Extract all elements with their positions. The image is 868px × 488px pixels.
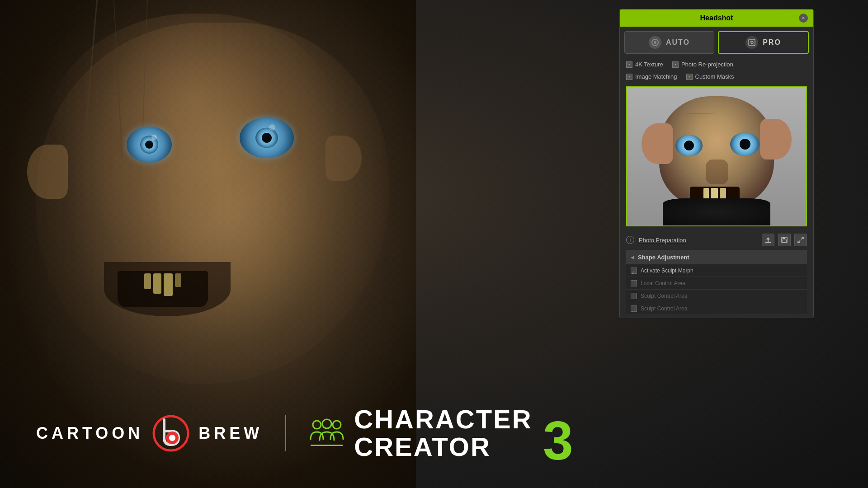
shape-adjustment-section: Shape Adjustment Activate Sculpt Morph L… xyxy=(626,250,807,315)
option-4k-texture[interactable]: 4K Texture xyxy=(626,61,663,68)
svg-point-3 xyxy=(751,42,753,44)
preview-render xyxy=(627,87,806,225)
local-control-checkbox[interactable] xyxy=(631,280,637,286)
option-reprojection-checkbox[interactable] xyxy=(672,61,679,68)
toolbar-icons xyxy=(762,234,807,246)
face-preview xyxy=(626,86,807,226)
headshot-panel: Headshot × AUTO PRO xyxy=(619,9,814,318)
cc-number: 3 xyxy=(543,413,573,468)
info-icon[interactable]: i xyxy=(626,236,634,244)
sculpt-morph-label: Activate Sculpt Morph xyxy=(641,267,693,274)
options-row-2: Image Matching Custom Masks xyxy=(620,70,813,83)
local-control-label: Local Control Area xyxy=(641,280,685,286)
svg-point-14 xyxy=(322,419,331,428)
brew-text: BREW xyxy=(198,424,263,443)
sculpt-control-label-1: Sculpt Control Area xyxy=(641,293,687,299)
svg-point-13 xyxy=(313,421,321,429)
cc-people-icon xyxy=(309,418,345,449)
panel-title: Headshot xyxy=(634,14,799,22)
cc-title-line2: CREATOR xyxy=(354,433,532,461)
sculpt-control-checkbox-1[interactable] xyxy=(631,293,637,299)
svg-rect-6 xyxy=(783,237,785,239)
svg-rect-4 xyxy=(765,242,771,243)
pro-mode-button[interactable]: PRO xyxy=(718,31,809,54)
svg-point-15 xyxy=(333,421,341,429)
svg-point-12 xyxy=(169,435,175,441)
expand-icon[interactable] xyxy=(794,234,807,246)
option-custom-masks[interactable]: Custom Masks xyxy=(686,73,734,80)
option-4k-checkbox[interactable] xyxy=(626,61,632,68)
sculpt-control-checkbox-2[interactable] xyxy=(631,305,637,312)
bottom-logos: CARTOON BREW xyxy=(36,406,533,461)
cartoon-text: CARTOON xyxy=(36,424,143,443)
logo-divider xyxy=(285,415,286,451)
left-eye xyxy=(127,127,172,163)
cc-title-line1: CHARACTER xyxy=(354,406,532,433)
option-matching-checkbox[interactable] xyxy=(626,74,632,80)
sculpt-morph-item[interactable]: Activate Sculpt Morph xyxy=(626,264,807,277)
mode-buttons-row: AUTO PRO xyxy=(620,27,813,58)
svg-point-1 xyxy=(654,41,656,44)
auto-mode-icon xyxy=(649,36,661,49)
option-image-matching[interactable]: Image Matching xyxy=(626,73,677,80)
svg-rect-16 xyxy=(311,445,343,446)
panel-header: Headshot × xyxy=(620,9,813,27)
options-row-1: 4K Texture Photo Re-projection xyxy=(620,58,813,70)
shape-adjustment-header[interactable]: Shape Adjustment xyxy=(626,250,807,264)
local-control-item[interactable]: Local Control Area xyxy=(626,277,807,290)
cartoon-brew-logo: CARTOON BREW xyxy=(36,413,263,454)
option-photo-reprojection[interactable]: Photo Re-projection xyxy=(672,61,733,68)
upload-icon[interactable] xyxy=(762,234,774,246)
close-button[interactable]: × xyxy=(799,14,808,23)
pro-mode-icon xyxy=(745,36,758,49)
right-eye xyxy=(240,117,294,158)
sculpt-control-label-2: Sculpt Control Area xyxy=(641,305,687,312)
photo-preparation-link[interactable]: Photo Preparation xyxy=(639,237,757,244)
photo-preparation-row: i Photo Preparation xyxy=(620,230,813,250)
sculpt-control-item-1[interactable]: Sculpt Control Area xyxy=(626,290,807,302)
cartoon-brew-icon xyxy=(151,413,191,454)
auto-mode-button[interactable]: AUTO xyxy=(624,31,714,54)
save-icon[interactable] xyxy=(778,234,791,246)
sculpt-morph-checkbox[interactable] xyxy=(631,267,637,274)
option-masks-checkbox[interactable] xyxy=(686,74,693,80)
sculpt-control-item-2[interactable]: Sculpt Control Area xyxy=(626,302,807,315)
character-creator-logo: CHARACTER CREATOR 3 xyxy=(309,406,532,461)
svg-rect-7 xyxy=(782,240,787,242)
cc-title-block: CHARACTER CREATOR 3 xyxy=(354,406,532,461)
